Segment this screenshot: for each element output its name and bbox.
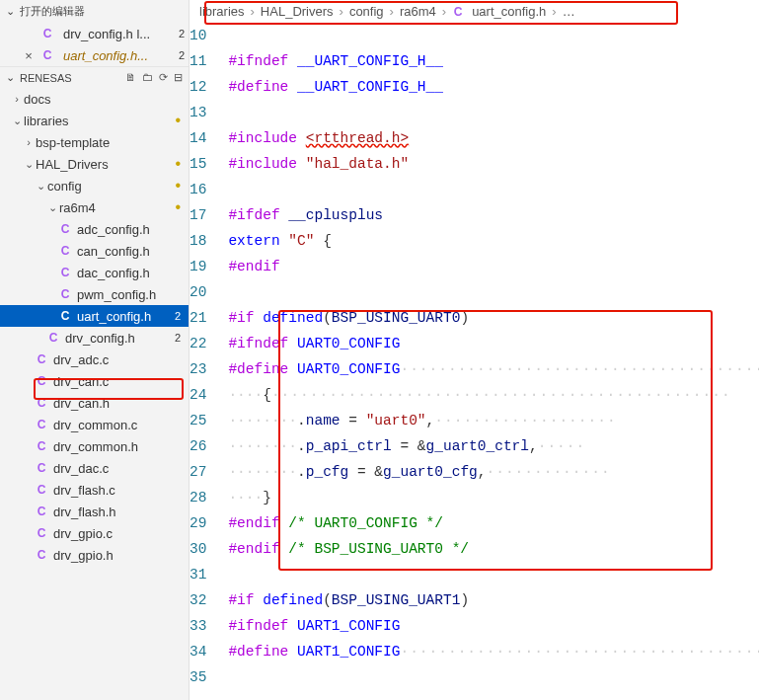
line-number: 26 bbox=[190, 433, 206, 459]
breadcrumb-crumb[interactable]: HAL_Drivers bbox=[259, 4, 336, 19]
tree-file-drv_gpio.c[interactable]: Cdrv_gpio.c bbox=[0, 522, 189, 544]
open-editor-item[interactable]: ×Cuart_config.h...2 bbox=[0, 44, 189, 66]
code-line[interactable]: #endif bbox=[228, 254, 759, 279]
folder-label: HAL_Drivers bbox=[36, 157, 109, 172]
editor-item-name: drv_config.h l... bbox=[63, 27, 175, 41]
code-line[interactable]: extern "C" { bbox=[228, 228, 759, 254]
code-line[interactable]: #define __UART_CONFIG_H__ bbox=[228, 74, 759, 100]
code-line[interactable]: #include "hal_data.h" bbox=[228, 151, 759, 177]
tree-folder-HAL_Drivers[interactable]: ⌄HAL_Drivers• bbox=[0, 153, 189, 175]
breadcrumb[interactable]: libraries›HAL_Drivers›config›ra6m4›Cuart… bbox=[190, 0, 759, 23]
code-line[interactable]: ········.p_api_ctrl = &g_uart0_ctrl,····… bbox=[228, 433, 759, 459]
code-line[interactable] bbox=[228, 23, 759, 48]
code-content[interactable]: #ifndef __UART_CONFIG_H__#define __UART_… bbox=[220, 23, 759, 700]
modified-count: 2 bbox=[175, 310, 183, 322]
line-number: 19 bbox=[190, 254, 206, 279]
code-line[interactable]: #if defined(BSP_USING_UART1) bbox=[228, 587, 759, 613]
c-file-icon: C bbox=[34, 439, 49, 453]
open-editors-section: ⌄ 打开的编辑器 Cdrv_config.h l...2×Cuart_confi… bbox=[0, 0, 189, 67]
tree-file-drv_flash.c[interactable]: Cdrv_flash.c bbox=[0, 479, 189, 501]
modified-count: 2 bbox=[175, 332, 183, 344]
line-number: 13 bbox=[190, 100, 206, 125]
breadcrumb-crumb[interactable]: ra6m4 bbox=[398, 4, 438, 19]
code-line[interactable] bbox=[228, 664, 759, 690]
close-icon[interactable]: × bbox=[22, 48, 36, 63]
code-line[interactable]: #ifndef UART0_CONFIG bbox=[228, 331, 759, 356]
folder-label: config bbox=[47, 179, 82, 194]
chevron-icon: ⌄ bbox=[22, 158, 36, 171]
tree-folder-libraries[interactable]: ⌄libraries• bbox=[0, 110, 189, 131]
tree-file-pwm_config.h[interactable]: Cpwm_config.h bbox=[0, 283, 189, 305]
breadcrumb-crumb[interactable]: libraries bbox=[197, 4, 247, 19]
line-number: 12 bbox=[190, 74, 206, 100]
chevron-right-icon: › bbox=[388, 4, 396, 19]
breadcrumb-file[interactable]: uart_config.h bbox=[470, 4, 548, 19]
c-file-icon: C bbox=[34, 352, 49, 366]
tree-folder-docs[interactable]: ›docs bbox=[0, 88, 189, 110]
tree-file-drv_can.h[interactable]: Cdrv_can.h bbox=[0, 392, 189, 414]
code-line[interactable]: #endif /* BSP_USING_UART0 */ bbox=[228, 536, 759, 562]
code-line[interactable]: #define UART0_CONFIG····················… bbox=[228, 356, 759, 382]
tree-folder-ra6m4[interactable]: ⌄ra6m4• bbox=[0, 196, 189, 218]
code-line[interactable] bbox=[228, 177, 759, 202]
chevron-icon: › bbox=[22, 136, 36, 148]
tree-folder-config[interactable]: ⌄config• bbox=[0, 175, 189, 196]
tree-file-drv_config.h[interactable]: Cdrv_config.h2 bbox=[0, 327, 189, 349]
code-line[interactable]: #if defined(BSP_USING_UART0) bbox=[228, 305, 759, 331]
line-number: 10 bbox=[190, 23, 206, 48]
chevron-right-icon: › bbox=[550, 4, 558, 19]
line-number: 15 bbox=[190, 151, 206, 177]
refresh-icon[interactable]: ⟳ bbox=[159, 71, 168, 84]
file-label: drv_common.c bbox=[53, 418, 137, 432]
code-line[interactable]: ····} bbox=[228, 485, 759, 510]
code-line[interactable] bbox=[228, 562, 759, 587]
folder-label: ra6m4 bbox=[59, 200, 96, 215]
collapse-icon[interactable]: ⊟ bbox=[174, 71, 183, 84]
new-folder-icon[interactable]: 🗀 bbox=[142, 71, 153, 84]
open-editors-title: 打开的编辑器 bbox=[20, 4, 183, 19]
modified-dot-icon: • bbox=[175, 178, 183, 194]
code-line[interactable]: #ifndef __UART_CONFIG_H__ bbox=[228, 48, 759, 74]
code-line[interactable] bbox=[228, 279, 759, 305]
tree-file-drv_gpio.h[interactable]: Cdrv_gpio.h bbox=[0, 544, 189, 566]
tree-file-drv_can.c[interactable]: Cdrv_can.c bbox=[0, 370, 189, 392]
tree-file-drv_adc.c[interactable]: Cdrv_adc.c bbox=[0, 349, 189, 370]
file-tree[interactable]: ›docs⌄libraries•›bsp-template⌄HAL_Driver… bbox=[0, 88, 189, 700]
c-file-icon: C bbox=[57, 309, 73, 323]
tree-folder-bsp-template[interactable]: ›bsp-template bbox=[0, 131, 189, 153]
editor-area[interactable]: 1011121314151617181920212223242526272829… bbox=[190, 23, 759, 700]
explorer-header[interactable]: ⌄ RENESAS 🗎 🗀 ⟳ ⊟ bbox=[0, 67, 189, 88]
tree-file-uart_config.h[interactable]: Cuart_config.h2 bbox=[0, 305, 189, 327]
file-label: adc_config.h bbox=[77, 222, 150, 237]
tree-file-drv_dac.c[interactable]: Cdrv_dac.c bbox=[0, 457, 189, 479]
line-number: 24 bbox=[190, 382, 206, 408]
line-number: 28 bbox=[190, 485, 206, 510]
tree-file-drv_common.c[interactable]: Cdrv_common.c bbox=[0, 414, 189, 435]
breadcrumb-crumb[interactable]: config bbox=[347, 4, 386, 19]
tree-file-can_config.h[interactable]: Ccan_config.h bbox=[0, 240, 189, 262]
tree-file-adc_config.h[interactable]: Cadc_config.h bbox=[0, 218, 189, 240]
code-line[interactable]: ····{···································… bbox=[228, 382, 759, 408]
code-line[interactable]: #ifdef __cplusplus bbox=[228, 202, 759, 228]
chevron-icon: › bbox=[10, 93, 24, 105]
open-editors-header[interactable]: ⌄ 打开的编辑器 bbox=[0, 0, 189, 23]
line-number: 14 bbox=[190, 125, 206, 151]
chevron-down-icon: ⌄ bbox=[6, 5, 16, 18]
tree-file-drv_common.h[interactable]: Cdrv_common.h bbox=[0, 435, 189, 457]
file-label: can_config.h bbox=[77, 244, 150, 259]
code-line[interactable]: ········.name = "uart0",················… bbox=[228, 408, 759, 433]
code-line[interactable]: ········.p_cfg = &g_uart0_cfg,··········… bbox=[228, 459, 759, 485]
tree-file-drv_flash.h[interactable]: Cdrv_flash.h bbox=[0, 501, 189, 522]
chevron-icon: ⌄ bbox=[34, 180, 47, 193]
code-line[interactable] bbox=[228, 100, 759, 125]
tree-file-dac_config.h[interactable]: Cdac_config.h bbox=[0, 262, 189, 283]
code-line[interactable]: #ifndef UART1_CONFIG bbox=[228, 613, 759, 639]
code-line[interactable]: #endif /* UART0_CONFIG */ bbox=[228, 510, 759, 536]
folder-label: bsp-template bbox=[36, 135, 110, 150]
file-label: drv_config.h bbox=[65, 331, 135, 346]
open-editor-item[interactable]: Cdrv_config.h l...2 bbox=[0, 23, 189, 44]
code-line[interactable]: #include <rtthread.h> bbox=[228, 125, 759, 151]
breadcrumb-more[interactable]: … bbox=[561, 4, 577, 19]
code-line[interactable]: #define UART1_CONFIG····················… bbox=[228, 639, 759, 664]
new-file-icon[interactable]: 🗎 bbox=[125, 71, 136, 84]
